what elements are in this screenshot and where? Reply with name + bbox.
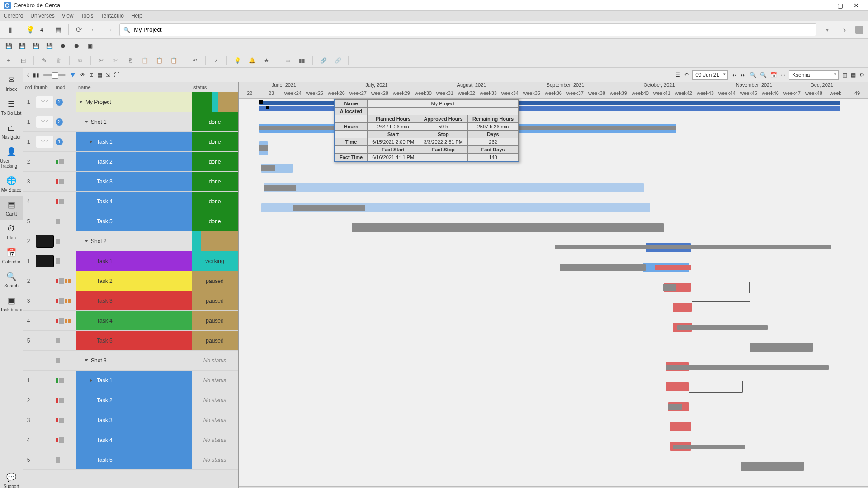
paste-icon[interactable]: 📋 <box>141 56 149 65</box>
star-icon[interactable]: ★ <box>262 56 270 65</box>
unlink-icon[interactable]: 🔗 <box>334 56 342 65</box>
link-icon[interactable]: 🔗 <box>319 56 327 65</box>
col-ord[interactable]: ord <box>23 84 34 90</box>
fit-width-icon[interactable]: ⇿ <box>781 72 785 78</box>
task-status[interactable]: paused <box>192 271 238 291</box>
copy-icon[interactable]: ⎘ <box>126 56 134 65</box>
task-row[interactable]: 2Task 2paused <box>23 271 238 291</box>
save-down-icon[interactable]: 💾 <box>32 42 40 50</box>
task-row[interactable]: 5Task 5paused <box>23 331 238 351</box>
close-button[interactable]: ✕ <box>848 0 864 11</box>
task-name-cell[interactable]: Shot 1 <box>76 112 192 131</box>
task-row[interactable]: 4Task 4done <box>23 192 238 211</box>
sidebar-item-inbox[interactable]: ✉Inbox <box>0 71 23 95</box>
forward-icon[interactable]: → <box>104 24 115 35</box>
col-mod[interactable]: mod <box>56 84 76 90</box>
task-name-cell[interactable]: Task 4 <box>76 430 192 450</box>
more-icon[interactable]: ⋮ <box>355 56 363 65</box>
task-status[interactable]: paused <box>192 291 238 310</box>
card-icon[interactable]: ▭ <box>283 56 292 65</box>
zoom-out-icon[interactable]: 🔍 <box>760 72 767 78</box>
task-row[interactable]: 1〰1Task 1done <box>23 132 238 152</box>
task-name-cell[interactable]: Task 5 <box>76 331 192 350</box>
camera-icon[interactable]: ▮▮ <box>298 56 306 65</box>
task-name-cell[interactable]: Task 5 <box>76 211 192 231</box>
task-name-cell[interactable]: My Project <box>76 92 192 112</box>
cut-icon[interactable]: ✄ <box>97 56 105 65</box>
expand-icon[interactable]: ⛶ <box>114 72 119 78</box>
task-name-cell[interactable]: Shot 2 <box>76 231 192 251</box>
task-row[interactable]: 5Task 5No status <box>23 450 238 470</box>
search-icon[interactable]: 🔍 <box>123 27 130 33</box>
edit-icon[interactable]: ✎ <box>40 56 48 65</box>
task-status[interactable]: done <box>192 152 238 171</box>
zoom-in-icon[interactable]: 🔍 <box>750 72 756 78</box>
collapse-left-icon[interactable]: ‹ <box>27 70 29 80</box>
calendar-jump-icon[interactable]: 📅 <box>770 72 777 78</box>
task-row[interactable]: 4Task 4No status <box>23 430 238 450</box>
task-row[interactable]: Shot 3No status <box>23 351 238 371</box>
clipboard-icon[interactable]: 📋 <box>155 56 163 65</box>
dropdown-arrow-icon[interactable]: ▾ <box>821 23 834 36</box>
sidebar-item-plan[interactable]: ⏱Plan <box>0 220 23 244</box>
search-input[interactable] <box>134 26 812 33</box>
copy-stack-icon[interactable]: ⧉ <box>76 56 84 65</box>
task-name-cell[interactable]: Task 1 <box>76 371 192 390</box>
zoom-slider[interactable] <box>43 74 66 76</box>
support-button[interactable]: 💬Support <box>3 468 19 488</box>
task-status[interactable]: No status <box>192 430 238 450</box>
columns-icon[interactable]: ▥ <box>842 72 847 78</box>
task-name-cell[interactable]: Task 2 <box>76 152 192 171</box>
save-icon[interactable]: 💾 <box>5 42 13 50</box>
list-toggle-icon[interactable]: ☰ <box>675 72 680 78</box>
terminal-icon[interactable]: ▣ <box>86 42 94 50</box>
gantt-body[interactable]: NameMy Project Allocated Planned HoursAp… <box>239 99 868 486</box>
window-snap-icon[interactable] <box>855 26 863 34</box>
bell-icon[interactable]: 🔔 <box>248 56 256 65</box>
menu-tools[interactable]: Tools <box>81 13 94 19</box>
filter-icon[interactable]: ▼ <box>69 71 76 79</box>
task-status[interactable]: done <box>192 172 238 191</box>
task-name-cell[interactable]: Task 3 <box>76 172 192 191</box>
task-row[interactable]: 5Task 5done <box>23 211 238 231</box>
delete-icon[interactable]: 🗑 <box>55 56 63 65</box>
task-row[interactable]: 4Task 4paused <box>23 311 238 331</box>
task-name-cell[interactable]: Task 4 <box>76 311 192 330</box>
sidebar-item-navigator[interactable]: 🗀Navigator <box>0 119 23 143</box>
view-list-icon[interactable]: ▮▮ <box>33 72 39 78</box>
col-status[interactable]: status <box>192 84 238 90</box>
task-row[interactable]: 2Task 2done <box>23 152 238 172</box>
task-name-cell[interactable]: Task 5 <box>76 450 192 469</box>
collapse-all-icon[interactable]: ⇲ <box>106 72 110 78</box>
task-name-cell[interactable]: Task 3 <box>76 291 192 310</box>
col-name[interactable]: name <box>76 84 192 90</box>
menu-view[interactable]: View <box>62 13 74 19</box>
layout-icon[interactable]: ▦ <box>53 24 64 35</box>
task-status[interactable] <box>192 92 238 112</box>
export-icon[interactable]: ▤ <box>851 72 856 78</box>
sidebar-item-todo[interactable]: ☰To Do List <box>0 95 23 119</box>
lightbulb-icon[interactable]: 💡 <box>25 24 36 35</box>
user-select[interactable]: Kseniia <box>789 70 839 80</box>
refresh-icon[interactable]: ⟳ <box>73 24 84 35</box>
task-status[interactable]: No status <box>192 450 238 469</box>
task-name-cell[interactable]: Task 1 <box>76 251 192 271</box>
task-row[interactable]: 2Task 2No status <box>23 390 238 410</box>
task-row[interactable]: 3Task 3done <box>23 172 238 192</box>
last-icon[interactable]: ⏭ <box>741 72 746 78</box>
sidebar-item-search[interactable]: 🔍Search <box>0 268 23 292</box>
go-forward-icon[interactable]: › <box>838 23 851 36</box>
idea-icon[interactable]: 💡 <box>233 56 241 65</box>
task-name-cell[interactable]: Task 4 <box>76 192 192 211</box>
task-name-cell[interactable]: Task 1 <box>76 132 192 151</box>
task-status[interactable]: paused <box>192 311 238 330</box>
add-page-icon[interactable]: ▤ <box>19 56 27 65</box>
task-row[interactable]: 2Shot 2 <box>23 231 238 251</box>
task-row[interactable]: 3Task 3paused <box>23 291 238 311</box>
check-icon[interactable]: ✓ <box>212 56 220 65</box>
minimize-button[interactable]: — <box>816 0 832 11</box>
back-icon[interactable]: ← <box>89 24 99 35</box>
eye-icon[interactable]: 👁 <box>80 72 85 78</box>
settings-icon[interactable]: ⚙ <box>859 72 864 78</box>
menu-cerebro[interactable]: Cerebro <box>4 13 23 19</box>
